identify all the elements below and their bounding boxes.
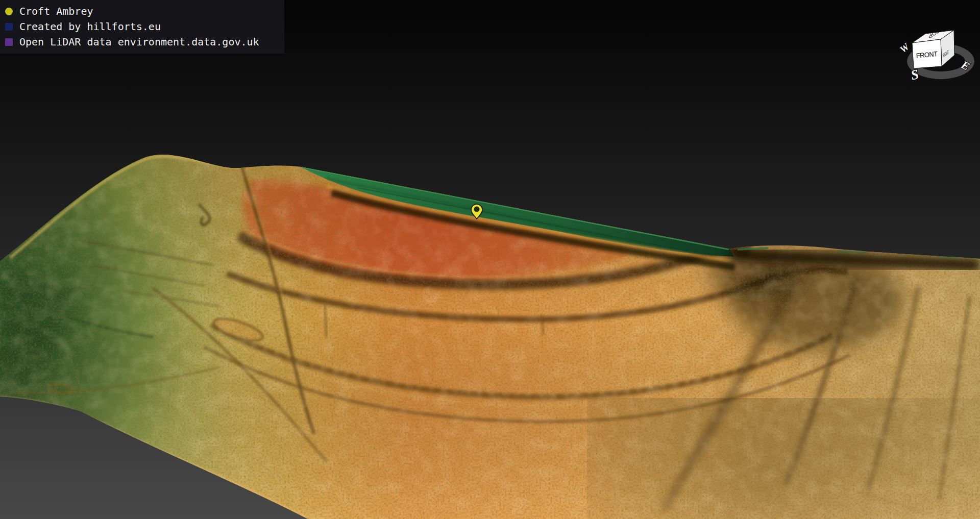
legend-square-icon [5, 23, 13, 31]
viewport-3d[interactable]: W S E FRONT TOP RIGHT [0, 0, 980, 519]
terrain-render-canvas[interactable]: W S E FRONT TOP RIGHT [0, 0, 980, 519]
legend-site-label: Croft Ambrey [19, 4, 93, 19]
credit-marker-swatch [5, 23, 13, 31]
source-marker-swatch [5, 38, 13, 46]
legend-square-icon [5, 38, 13, 46]
legend-panel: Croft Ambrey Created by hillforts.eu Ope… [0, 0, 284, 54]
legend-item-credit: Created by hillforts.eu [5, 19, 284, 34]
site-marker-swatch [5, 8, 13, 15]
legend-source-label: Open LiDAR data environment.data.gov.uk [19, 34, 259, 50]
legend-item-source: Open LiDAR data environment.data.gov.uk [5, 34, 284, 50]
legend-item-site: Croft Ambrey [5, 4, 284, 19]
legend-credit-label: Created by hillforts.eu [19, 19, 161, 34]
legend-circle-icon [5, 8, 13, 15]
pin-hole [474, 207, 479, 212]
